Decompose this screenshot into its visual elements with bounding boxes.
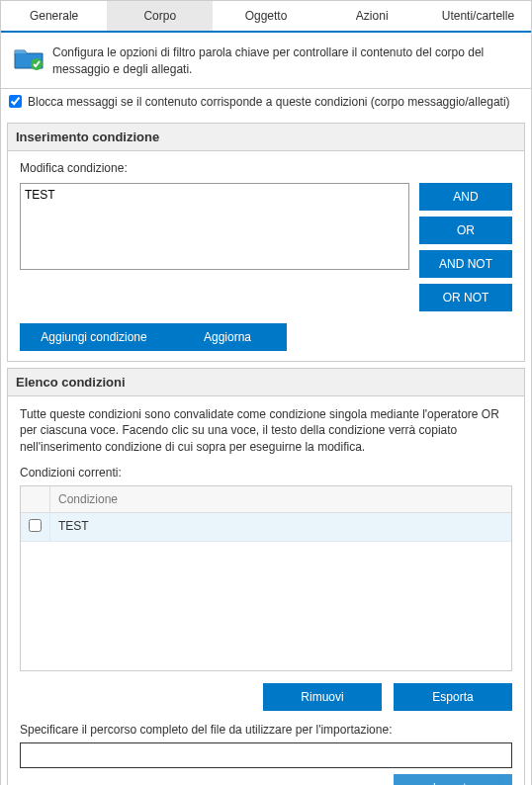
insert-condition-panel: Inserimento condizione Modifica condizio… (7, 123, 525, 362)
andnot-button[interactable]: AND NOT (419, 250, 512, 278)
condition-textarea[interactable] (20, 183, 409, 270)
edit-condition-label: Modifica condizione: (20, 161, 512, 175)
row-condition-cell: TEST (50, 513, 511, 541)
block-checkbox-row: Blocca messaggi se il contenuto corrispo… (1, 91, 531, 117)
conditions-table: Condizione TEST (20, 485, 512, 671)
header-condition-col: Condizione (50, 486, 511, 512)
tab-utenti[interactable]: Utenti/cartelle (425, 1, 531, 31)
tab-corpo[interactable]: Corpo (107, 1, 213, 31)
conditions-description: Tutte queste condizioni sono convalidate… (20, 406, 512, 456)
and-button[interactable]: AND (419, 183, 512, 211)
logic-buttons: AND OR AND NOT OR NOT (419, 183, 512, 311)
header-checkbox-col (21, 486, 50, 512)
add-condition-button[interactable]: Aggiungi condizione (20, 323, 168, 351)
import-path-input[interactable] (20, 742, 512, 768)
tabs-bar: Generale Corpo Oggetto Azioni Utenti/car… (1, 1, 531, 33)
insert-panel-header: Inserimento condizione (8, 124, 524, 151)
info-section: Configura le opzioni di filtro parola ch… (1, 33, 531, 89)
current-conditions-label: Condizioni correnti: (20, 466, 512, 480)
table-empty-space (21, 542, 511, 670)
conditions-list-panel: Elenco condizioni Tutte queste condizion… (7, 368, 525, 785)
row-checkbox[interactable] (29, 519, 42, 532)
remove-button[interactable]: Rimuovi (263, 683, 382, 711)
table-row[interactable]: TEST (21, 513, 511, 542)
export-button[interactable]: Esporta (394, 683, 512, 711)
folder-check-icon (13, 44, 44, 72)
tab-oggetto[interactable]: Oggetto (213, 1, 318, 31)
or-button[interactable]: OR (419, 217, 512, 244)
tab-generale[interactable]: Generale (1, 1, 107, 31)
table-header: Condizione (21, 486, 511, 513)
import-button[interactable]: Importa (394, 774, 512, 785)
update-button[interactable]: Aggiorna (168, 323, 287, 351)
info-text: Configura le opzioni di filtro parola ch… (52, 44, 519, 78)
tab-azioni[interactable]: Azioni (319, 1, 425, 31)
list-panel-header: Elenco condizioni (8, 369, 524, 396)
import-path-label: Specificare il percorso completo del fil… (20, 723, 512, 737)
ornot-button[interactable]: OR NOT (419, 284, 512, 311)
block-checkbox[interactable] (9, 95, 22, 108)
block-checkbox-label: Blocca messaggi se il contenuto corrispo… (28, 95, 510, 109)
row-checkbox-cell (21, 513, 50, 541)
